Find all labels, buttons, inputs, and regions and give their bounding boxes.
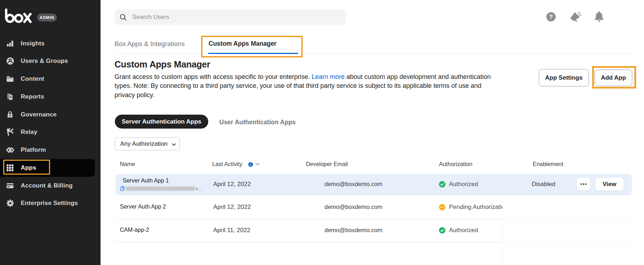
svg-text:?: ? (549, 14, 553, 20)
